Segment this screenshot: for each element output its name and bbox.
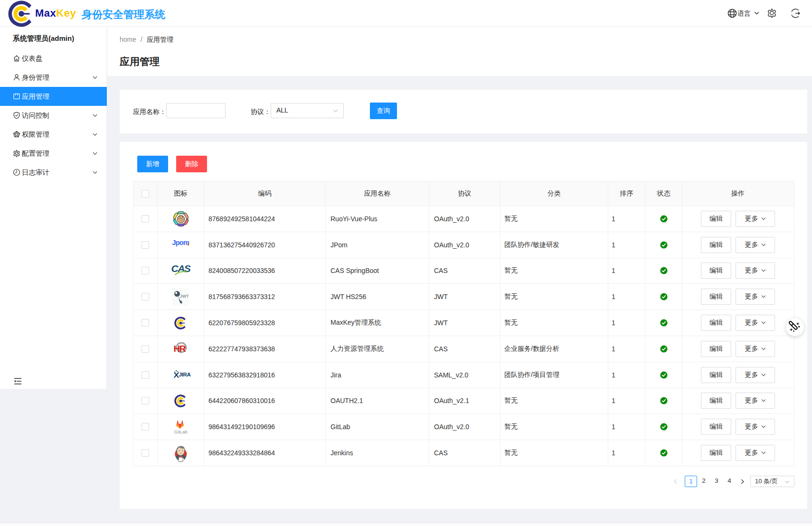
svg-text:JWT: JWT xyxy=(179,294,189,299)
